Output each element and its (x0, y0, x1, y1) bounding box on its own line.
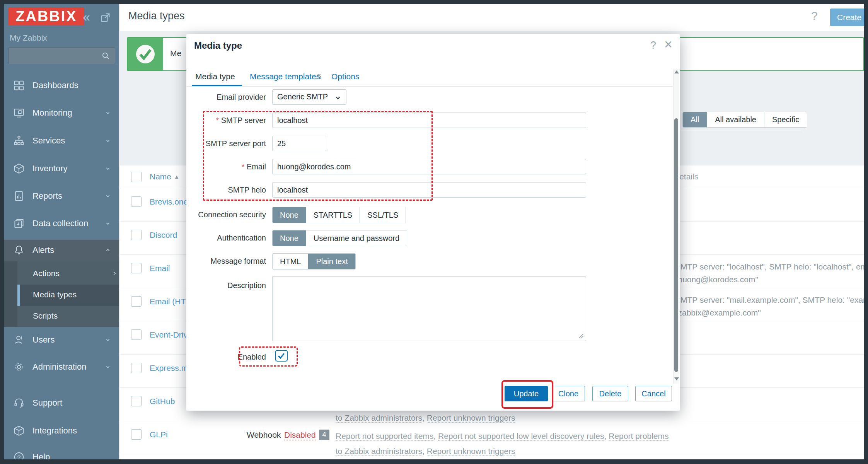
used-count-badge: 4 (319, 430, 329, 440)
row-checkbox[interactable] (131, 329, 142, 340)
select-all-checkbox[interactable] (131, 172, 142, 182)
option-ssl-tls[interactable]: SSL/TLS (360, 207, 406, 223)
media-type-name-link[interactable]: GLPi (150, 430, 168, 439)
integrations-dice-icon (13, 425, 25, 437)
media-type-name-link[interactable]: Express.ms (150, 363, 192, 373)
modal-title: Media type (194, 40, 242, 51)
tab-message-templates[interactable]: Message templates (250, 72, 320, 81)
status-link[interactable]: Disabled (284, 430, 316, 440)
sidebar-search-input[interactable] (9, 47, 115, 64)
kiosk-mode-icon[interactable] (100, 12, 111, 23)
resize-handle-icon[interactable] (578, 333, 584, 339)
window-border-right (864, 0, 868, 464)
sidebar-item-users[interactable]: Users (4, 329, 119, 351)
dashboards-icon (13, 80, 25, 91)
sidebar-item-integrations[interactable]: Integrations (4, 420, 119, 442)
sidebar-item-label: Inventory (32, 164, 68, 174)
sidebar-item-dashboards[interactable]: Dashboards (4, 75, 119, 97)
sidebar-item-monitoring[interactable]: Monitoring (4, 102, 119, 124)
modal-tabs: Media type Message templates 5 Options (186, 72, 673, 86)
tab-media-type[interactable]: Media type (195, 72, 235, 81)
email-provider-label: Email provider (191, 93, 266, 102)
connection-security-segmented: None STARTTLS SSL/TLS (272, 207, 406, 223)
chevron-down-icon (334, 94, 342, 102)
page-help-icon[interactable]: ? (811, 9, 818, 22)
filter-tab-all[interactable]: All (683, 112, 707, 127)
delete-button[interactable]: Delete (592, 386, 628, 401)
close-icon[interactable]: × (664, 36, 672, 53)
authentication-label: Authentication (191, 234, 266, 242)
filter-tab-all-available[interactable]: All available (707, 112, 764, 127)
scrollbar-thumb[interactable] (674, 118, 678, 372)
annotation-enabled-box (239, 346, 298, 367)
scroll-up-icon[interactable] (674, 70, 679, 73)
media-type-name-link[interactable]: GitHub (150, 397, 175, 406)
tab-options[interactable]: Options (331, 72, 359, 81)
check-icon (136, 45, 155, 63)
data-collection-icon (13, 218, 25, 229)
zabbix-app: ZABBIX « My Zabbix Dashboards Monitoring… (0, 0, 868, 464)
sidebar-item-support[interactable]: Support (4, 392, 119, 414)
table-row: GLPi Webhook Disabled 4 Report not suppo… (120, 421, 864, 454)
row-checkbox[interactable] (131, 363, 142, 373)
clone-button[interactable]: Clone (552, 386, 585, 401)
row-checkbox[interactable] (131, 196, 142, 207)
filter-divider (680, 132, 802, 132)
selected-indicator (17, 285, 20, 306)
success-icon-cell (128, 38, 163, 70)
row-checkbox[interactable] (131, 396, 142, 406)
window-border-bottom (0, 459, 868, 464)
window-border-top (0, 0, 868, 4)
description-textarea[interactable] (272, 276, 586, 341)
media-type-type: Webhook (247, 430, 281, 440)
sidebar-item-label: Administration (32, 362, 86, 372)
modal-scrollbar[interactable] (673, 69, 679, 384)
option-username-password[interactable]: Username and password (306, 230, 407, 246)
scroll-down-icon[interactable] (674, 377, 679, 380)
modal-help-icon[interactable]: ? (650, 39, 656, 51)
details-cell: SMTP server: "localhost", SMTP helo: "lo… (675, 260, 864, 286)
row-checkbox[interactable] (131, 296, 142, 307)
page-header: Media types ? Create media type (120, 4, 864, 31)
media-type-name-link[interactable]: Brevis.one (150, 197, 188, 206)
sidebar-item-reports[interactable]: Reports (4, 186, 119, 207)
message-format-segmented: HTML Plain text (272, 253, 356, 270)
sidebar-item-alerts[interactable]: Alerts (4, 240, 119, 261)
alerts-submenu: Actions Media types Scripts (4, 261, 119, 327)
filter-tab-specific[interactable]: Specific (764, 112, 807, 127)
details-cell: SMTP server: "mail.example.com", SMTP he… (675, 293, 864, 319)
sidebar-item-scripts[interactable]: Scripts (17, 306, 119, 327)
media-type-name-link[interactable]: Email (150, 264, 170, 273)
sidebar-item-inventory[interactable]: Inventory (4, 158, 119, 180)
used-in-action-link[interactable]: Report not supported low level discovery… (438, 432, 604, 441)
chevron-up-icon (104, 246, 112, 254)
email-provider-value: Generic SMTP (277, 92, 328, 101)
create-media-type-button[interactable]: Create media type (830, 9, 868, 26)
collapse-sidebar-icon[interactable]: « (83, 11, 90, 22)
sidebar-item-label: Media types (33, 290, 77, 299)
used-in-action-link[interactable]: Report not supported items (336, 432, 433, 441)
option-none[interactable]: None (273, 230, 306, 246)
cancel-button[interactable]: Cancel (635, 386, 672, 401)
sidebar-item-label: Users (32, 335, 55, 345)
sidebar-item-actions[interactable]: Actions (17, 263, 119, 285)
row-checkbox[interactable] (131, 263, 142, 273)
row-checkbox[interactable] (131, 230, 142, 240)
option-html[interactable]: HTML (273, 254, 308, 269)
sidebar-item-label: Alerts (32, 245, 54, 255)
sidebar-item-media-types[interactable]: Media types (17, 285, 119, 306)
zabbix-logo[interactable]: ZABBIX (9, 7, 84, 26)
sidebar: ZABBIX « My Zabbix Dashboards Monitoring… (4, 4, 119, 459)
email-provider-select[interactable]: Generic SMTP (272, 89, 346, 105)
sidebar-item-administration[interactable]: Administration (4, 357, 119, 378)
option-none[interactable]: None (273, 207, 306, 223)
option-starttls[interactable]: STARTTLS (306, 207, 360, 223)
option-plain-text[interactable]: Plain text (308, 254, 355, 269)
row-checkbox[interactable] (131, 429, 142, 440)
sidebar-item-services[interactable]: Services (4, 130, 119, 152)
sidebar-item-data-collection[interactable]: Data collection (4, 213, 119, 235)
column-header-name[interactable]: Name (150, 172, 171, 181)
media-type-name-link[interactable]: Discord (150, 230, 177, 240)
success-message-text: Me (170, 49, 181, 58)
sort-asc-icon: ▲ (174, 174, 179, 180)
